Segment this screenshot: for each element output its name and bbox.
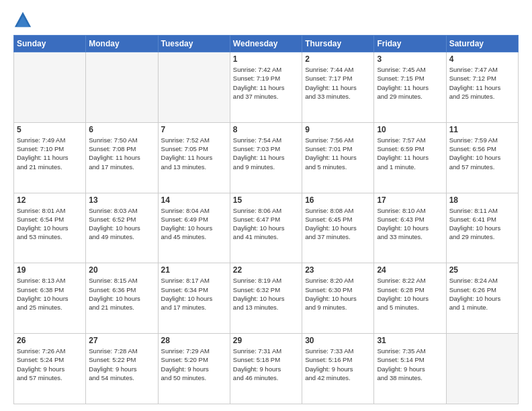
day-number: 11	[449, 125, 515, 134]
calendar-cell	[14, 52, 86, 123]
day-number: 27	[89, 336, 154, 345]
week-row-4: 19Sunrise: 8:13 AMSunset: 6:38 PMDayligh…	[14, 263, 519, 334]
day-header-tuesday: Tuesday	[158, 36, 230, 52]
header	[13, 11, 519, 30]
day-header-monday: Monday	[86, 36, 158, 52]
day-number: 18	[449, 195, 515, 205]
day-number: 22	[233, 265, 299, 275]
day-number: 5	[17, 125, 83, 134]
day-number: 14	[161, 195, 227, 205]
day-info: Sunrise: 7:45 AMSunset: 7:15 PMDaylight:…	[377, 65, 443, 101]
day-info: Sunrise: 7:35 AMSunset: 5:14 PMDaylight:…	[377, 347, 443, 382]
logo	[13, 11, 35, 30]
day-info: Sunrise: 8:06 AMSunset: 6:47 PMDaylight:…	[233, 206, 299, 242]
day-info: Sunrise: 7:26 AMSunset: 5:24 PMDaylight:…	[17, 347, 83, 382]
day-number: 31	[377, 336, 443, 345]
day-info: Sunrise: 7:50 AMSunset: 7:08 PMDaylight:…	[89, 136, 154, 171]
calendar-cell: 16Sunrise: 8:08 AMSunset: 6:45 PMDayligh…	[302, 193, 374, 263]
calendar-cell	[158, 52, 230, 123]
calendar-cell: 1Sunrise: 7:42 AMSunset: 7:19 PMDaylight…	[230, 52, 302, 123]
week-row-2: 5Sunrise: 7:49 AMSunset: 7:10 PMDaylight…	[14, 122, 519, 193]
day-number: 26	[17, 336, 83, 345]
day-number: 4	[449, 54, 515, 64]
day-number: 2	[305, 54, 371, 64]
day-number: 10	[377, 125, 443, 134]
day-number: 30	[305, 336, 371, 345]
calendar-cell: 22Sunrise: 8:19 AMSunset: 6:32 PMDayligh…	[230, 263, 302, 334]
calendar-cell: 6Sunrise: 7:50 AMSunset: 7:08 PMDaylight…	[86, 122, 158, 193]
day-header-sunday: Sunday	[14, 36, 86, 52]
day-number: 29	[233, 336, 299, 345]
day-info: Sunrise: 7:59 AMSunset: 6:56 PMDaylight:…	[449, 136, 515, 171]
day-info: Sunrise: 7:57 AMSunset: 6:59 PMDaylight:…	[377, 136, 443, 171]
day-info: Sunrise: 8:20 AMSunset: 6:30 PMDaylight:…	[305, 276, 371, 312]
day-info: Sunrise: 8:13 AMSunset: 6:38 PMDaylight:…	[17, 276, 83, 312]
day-number: 24	[377, 265, 443, 275]
day-header-friday: Friday	[374, 36, 446, 52]
day-info: Sunrise: 7:49 AMSunset: 7:10 PMDaylight:…	[17, 136, 83, 171]
calendar-cell: 15Sunrise: 8:06 AMSunset: 6:47 PMDayligh…	[230, 193, 302, 263]
calendar-cell: 13Sunrise: 8:03 AMSunset: 6:52 PMDayligh…	[86, 193, 158, 263]
day-number: 7	[161, 125, 227, 134]
day-info: Sunrise: 7:28 AMSunset: 5:22 PMDaylight:…	[89, 347, 154, 382]
day-info: Sunrise: 8:15 AMSunset: 6:36 PMDaylight:…	[89, 276, 154, 312]
day-info: Sunrise: 8:04 AMSunset: 6:49 PMDaylight:…	[161, 206, 227, 242]
day-info: Sunrise: 8:01 AMSunset: 6:54 PMDaylight:…	[17, 206, 83, 242]
calendar-cell: 2Sunrise: 7:44 AMSunset: 7:17 PMDaylight…	[302, 52, 374, 123]
day-number: 23	[305, 265, 371, 275]
day-info: Sunrise: 8:03 AMSunset: 6:52 PMDaylight:…	[89, 206, 154, 242]
calendar-cell: 11Sunrise: 7:59 AMSunset: 6:56 PMDayligh…	[446, 122, 518, 193]
calendar-cell: 25Sunrise: 8:24 AMSunset: 6:26 PMDayligh…	[446, 263, 518, 334]
calendar-cell: 30Sunrise: 7:33 AMSunset: 5:16 PMDayligh…	[302, 334, 374, 404]
week-row-1: 1Sunrise: 7:42 AMSunset: 7:19 PMDaylight…	[14, 52, 519, 123]
week-row-3: 12Sunrise: 8:01 AMSunset: 6:54 PMDayligh…	[14, 193, 519, 263]
day-number: 6	[89, 125, 154, 134]
day-info: Sunrise: 8:24 AMSunset: 6:26 PMDaylight:…	[449, 276, 515, 312]
calendar-cell: 18Sunrise: 8:11 AMSunset: 6:41 PMDayligh…	[446, 193, 518, 263]
calendar-cell: 7Sunrise: 7:52 AMSunset: 7:05 PMDaylight…	[158, 122, 230, 193]
day-header-thursday: Thursday	[302, 36, 374, 52]
calendar-cell: 17Sunrise: 8:10 AMSunset: 6:43 PMDayligh…	[374, 193, 446, 263]
logo-icon	[13, 11, 32, 30]
day-header-saturday: Saturday	[446, 36, 518, 52]
day-number: 15	[233, 195, 299, 205]
calendar-cell: 12Sunrise: 8:01 AMSunset: 6:54 PMDayligh…	[14, 193, 86, 263]
day-info: Sunrise: 8:19 AMSunset: 6:32 PMDaylight:…	[233, 276, 299, 312]
calendar-cell: 23Sunrise: 8:20 AMSunset: 6:30 PMDayligh…	[302, 263, 374, 334]
day-number: 25	[449, 265, 515, 275]
day-info: Sunrise: 8:10 AMSunset: 6:43 PMDaylight:…	[377, 206, 443, 242]
calendar-cell: 4Sunrise: 7:47 AMSunset: 7:12 PMDaylight…	[446, 52, 518, 123]
day-number: 17	[377, 195, 443, 205]
calendar-cell: 19Sunrise: 8:13 AMSunset: 6:38 PMDayligh…	[14, 263, 86, 334]
calendar-cell: 20Sunrise: 8:15 AMSunset: 6:36 PMDayligh…	[86, 263, 158, 334]
day-number: 28	[161, 336, 227, 345]
day-info: Sunrise: 7:42 AMSunset: 7:19 PMDaylight:…	[233, 65, 299, 101]
day-number: 16	[305, 195, 371, 205]
day-number: 19	[17, 265, 83, 275]
day-info: Sunrise: 8:11 AMSunset: 6:41 PMDaylight:…	[449, 206, 515, 242]
calendar-cell: 10Sunrise: 7:57 AMSunset: 6:59 PMDayligh…	[374, 122, 446, 193]
calendar-cell	[446, 334, 518, 404]
day-number: 13	[89, 195, 154, 205]
day-number: 12	[17, 195, 83, 205]
week-row-5: 26Sunrise: 7:26 AMSunset: 5:24 PMDayligh…	[14, 334, 519, 404]
calendar-cell: 27Sunrise: 7:28 AMSunset: 5:22 PMDayligh…	[86, 334, 158, 404]
day-number: 20	[89, 265, 154, 275]
calendar-table: SundayMondayTuesdayWednesdayThursdayFrid…	[13, 35, 519, 404]
calendar-cell: 21Sunrise: 8:17 AMSunset: 6:34 PMDayligh…	[158, 263, 230, 334]
calendar-cell: 8Sunrise: 7:54 AMSunset: 7:03 PMDaylight…	[230, 122, 302, 193]
header-row: SundayMondayTuesdayWednesdayThursdayFrid…	[14, 36, 519, 52]
day-info: Sunrise: 7:56 AMSunset: 7:01 PMDaylight:…	[305, 136, 371, 171]
day-info: Sunrise: 7:47 AMSunset: 7:12 PMDaylight:…	[449, 65, 515, 101]
day-info: Sunrise: 8:22 AMSunset: 6:28 PMDaylight:…	[377, 276, 443, 312]
day-number: 8	[233, 125, 299, 134]
day-info: Sunrise: 7:29 AMSunset: 5:20 PMDaylight:…	[161, 347, 227, 382]
day-info: Sunrise: 8:17 AMSunset: 6:34 PMDaylight:…	[161, 276, 227, 312]
calendar-cell: 31Sunrise: 7:35 AMSunset: 5:14 PMDayligh…	[374, 334, 446, 404]
day-info: Sunrise: 7:52 AMSunset: 7:05 PMDaylight:…	[161, 136, 227, 171]
day-number: 1	[233, 54, 299, 64]
calendar-cell: 14Sunrise: 8:04 AMSunset: 6:49 PMDayligh…	[158, 193, 230, 263]
calendar-cell: 24Sunrise: 8:22 AMSunset: 6:28 PMDayligh…	[374, 263, 446, 334]
day-info: Sunrise: 7:33 AMSunset: 5:16 PMDaylight:…	[305, 347, 371, 382]
day-info: Sunrise: 8:08 AMSunset: 6:45 PMDaylight:…	[305, 206, 371, 242]
